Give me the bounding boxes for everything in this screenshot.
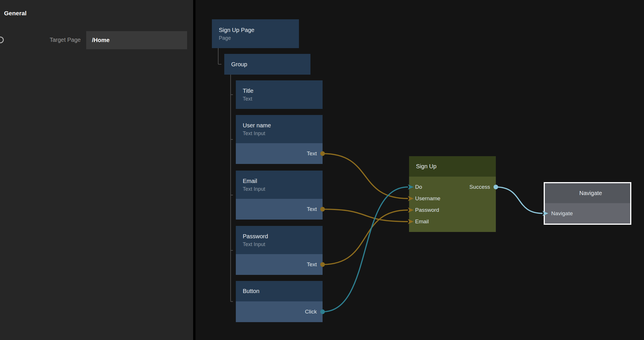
port-success-output[interactable]: Success [469, 184, 490, 190]
node-title: Email [243, 177, 323, 185]
node-subtitle: Text Input [243, 185, 323, 193]
port-password-input[interactable]: Password [415, 207, 439, 213]
node-password-input[interactable]: Password Text Input Text [236, 226, 323, 275]
node-port-row: Text [236, 143, 323, 164]
wire [323, 187, 408, 312]
target-page-input[interactable] [86, 31, 187, 49]
port-navigate-input[interactable]: Navigate [551, 210, 573, 217]
target-page-label: Target Page [17, 36, 81, 43]
node-subtitle: Page [219, 34, 299, 42]
node-header: User name Text Input [236, 115, 323, 143]
node-port-row: Text [236, 199, 323, 220]
node-title: Button [243, 287, 323, 295]
port-row: Username [415, 193, 490, 204]
node-title: Password [243, 232, 323, 241]
node-title: Sign Up Page [219, 26, 299, 34]
node-button[interactable]: Button Click [236, 281, 323, 322]
port-click-output[interactable]: Click [305, 309, 317, 315]
port-email-input[interactable]: Email [415, 218, 429, 225]
section-title: General [4, 10, 27, 17]
port-text-output[interactable]: Text [307, 150, 317, 157]
node-user-name-input[interactable]: User name Text Input Text [236, 115, 323, 164]
port-row: Do Success [415, 181, 490, 193]
node-header: Button [236, 281, 323, 301]
node-header: Group [224, 54, 310, 75]
node-email-input[interactable]: Email Text Input Text [236, 171, 323, 220]
node-title: Title [243, 87, 323, 95]
node-title: Navigate [579, 189, 602, 197]
node-header: Password Text Input [236, 226, 323, 254]
node-header: Sign Up [409, 156, 496, 177]
wire [323, 154, 408, 199]
node-port-row: Click [236, 301, 323, 322]
node-title: Group [231, 60, 310, 69]
node-port-row: Navigate [545, 203, 630, 224]
node-title-text[interactable]: Title Text [236, 80, 323, 109]
panel-divider [193, 0, 195, 340]
node-title: Sign Up [416, 162, 496, 171]
node-header: Email Text Input [236, 171, 323, 199]
port-username-input[interactable]: Username [415, 195, 440, 202]
circle-icon [0, 37, 4, 43]
node-port-list: Do Success Username Password Email [409, 177, 496, 232]
node-sign-up-page[interactable]: Sign Up Page Page [212, 19, 299, 48]
node-port-row: Text [236, 254, 323, 275]
port-row: Email [415, 216, 490, 227]
port-text-output[interactable]: Text [307, 206, 317, 212]
node-group[interactable]: Group [224, 54, 310, 75]
wire [323, 209, 408, 222]
node-navigate-selected[interactable]: Navigate Navigate [544, 182, 631, 225]
port-do-input[interactable]: Do [415, 184, 422, 190]
node-subtitle: Text Input [243, 241, 323, 248]
node-title: User name [243, 121, 323, 130]
node-header: Navigate [545, 183, 630, 203]
node-header: Sign Up Page Page [212, 19, 299, 48]
node-header: Title Text [236, 80, 323, 109]
port-text-output[interactable]: Text [307, 261, 317, 268]
node-subtitle: Text Input [243, 130, 323, 137]
wire [496, 187, 543, 214]
inspector-panel: General Target Page [0, 0, 193, 340]
port-row: Password [415, 204, 490, 216]
node-subtitle: Text [243, 95, 323, 103]
wire [323, 210, 408, 265]
node-sign-up-action[interactable]: Sign Up Do Success Username Password Ema… [409, 156, 496, 232]
